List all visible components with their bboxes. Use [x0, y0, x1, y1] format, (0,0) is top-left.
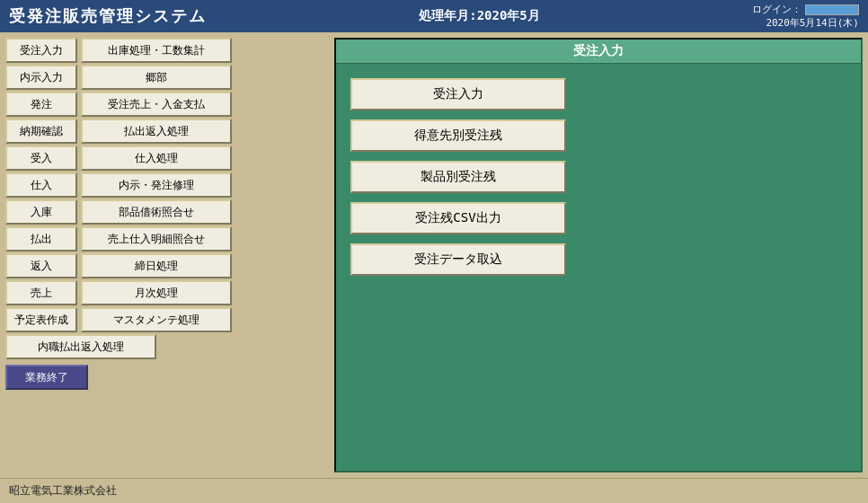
main-container: 受注入力 出庫処理・工数集計 内示入力 郷部 発注 受注売上・入金支払 納期確認…: [0, 32, 868, 478]
btn-受注入力[interactable]: 受注入力: [5, 38, 77, 63]
right-panel: 受注入力 受注入力 得意先別受注残 製品別受注残 受注残CSV出力 受注データ取…: [334, 38, 863, 472]
nav-row-7: 入庫 部品借術照合せ: [5, 199, 329, 225]
footer: 昭立電気工業株式会社: [0, 478, 868, 503]
btn-郷部[interactable]: 郷部: [81, 65, 232, 90]
nav-row-10: 売上 月次処理: [5, 280, 329, 305]
btn-納期確認[interactable]: 納期確認: [5, 119, 77, 144]
btn-予定表作成[interactable]: 予定表作成: [5, 307, 77, 332]
login-bar: [805, 4, 859, 15]
login-area: ログイン：: [752, 3, 859, 16]
action-btn-得意先別受注残[interactable]: 得意先別受注残: [350, 119, 566, 152]
nav-row-12: 内職払出返入処理: [5, 334, 329, 359]
btn-入庫[interactable]: 入庫: [5, 199, 77, 225]
nav-row-9: 返入 締日処理: [5, 253, 329, 278]
nav-row-terminate: 業務終了: [5, 361, 329, 390]
btn-マスタメンテ処理[interactable]: マスタメンテ処理: [81, 307, 232, 332]
action-btn-受注データ取込[interactable]: 受注データ取込: [350, 243, 566, 276]
right-panel-title: 受注入力: [336, 40, 861, 64]
btn-売上仕入明細照合せ[interactable]: 売上仕入明細照合せ: [81, 226, 232, 252]
btn-部品借術照合せ[interactable]: 部品借術照合せ: [81, 199, 232, 225]
btn-月次処理[interactable]: 月次処理: [81, 280, 232, 305]
nav-row-3: 発注 受注売上・入金支払: [5, 92, 329, 117]
header-right: ログイン： 2020年5月14日(木): [752, 3, 859, 30]
nav-row-8: 払出 売上仕入明細照合せ: [5, 226, 329, 252]
nav-row-6: 仕入 内示・発注修理: [5, 172, 329, 198]
right-panel-content: 受注入力 得意先別受注残 製品別受注残 受注残CSV出力 受注データ取込: [336, 64, 861, 471]
btn-締日処理[interactable]: 締日処理: [81, 253, 232, 278]
btn-内示入力[interactable]: 内示入力: [5, 65, 77, 90]
nav-row-4: 納期確認 払出返入処理: [5, 119, 329, 144]
btn-売上[interactable]: 売上: [5, 280, 77, 305]
processing-date: 処理年月:2020年5月: [419, 8, 540, 24]
company-name: 昭立電気工業株式会社: [9, 483, 117, 499]
action-btn-受注残CSV出力[interactable]: 受注残CSV出力: [350, 202, 566, 234]
left-panel: 受注入力 出庫処理・工数集計 内示入力 郷部 発注 受注売上・入金支払 納期確認…: [5, 38, 329, 472]
btn-返入[interactable]: 返入: [5, 253, 77, 278]
app-title: 受発注販売管理システム: [9, 5, 207, 27]
nav-row-5: 受入 仕入処理: [5, 146, 329, 171]
btn-仕入[interactable]: 仕入: [5, 172, 77, 198]
login-label: ログイン：: [752, 3, 802, 16]
btn-発注[interactable]: 発注: [5, 92, 77, 117]
btn-払出返入処理[interactable]: 払出返入処理: [81, 119, 232, 144]
btn-払出[interactable]: 払出: [5, 226, 77, 252]
header: 受発注販売管理システム 処理年月:2020年5月 ログイン： 2020年5月14…: [0, 0, 868, 32]
nav-row-11: 予定表作成 マスタメンテ処理: [5, 307, 329, 332]
btn-受注売上入金支払[interactable]: 受注売上・入金支払: [81, 92, 232, 117]
btn-出庫処理工数集計[interactable]: 出庫処理・工数集計: [81, 38, 232, 63]
btn-仕入処理[interactable]: 仕入処理: [81, 146, 232, 171]
action-btn-製品別受注残[interactable]: 製品別受注残: [350, 161, 566, 193]
nav-row-1: 受注入力 出庫処理・工数集計: [5, 38, 329, 63]
current-date: 2020年5月14日(木): [766, 16, 859, 30]
btn-内示発注修理[interactable]: 内示・発注修理: [81, 172, 232, 198]
nav-row-2: 内示入力 郷部: [5, 65, 329, 90]
btn-業務終了[interactable]: 業務終了: [5, 365, 88, 390]
action-btn-受注入力[interactable]: 受注入力: [350, 78, 566, 110]
btn-内職払出返入処理[interactable]: 内職払出返入処理: [5, 334, 156, 359]
btn-受入[interactable]: 受入: [5, 146, 77, 171]
